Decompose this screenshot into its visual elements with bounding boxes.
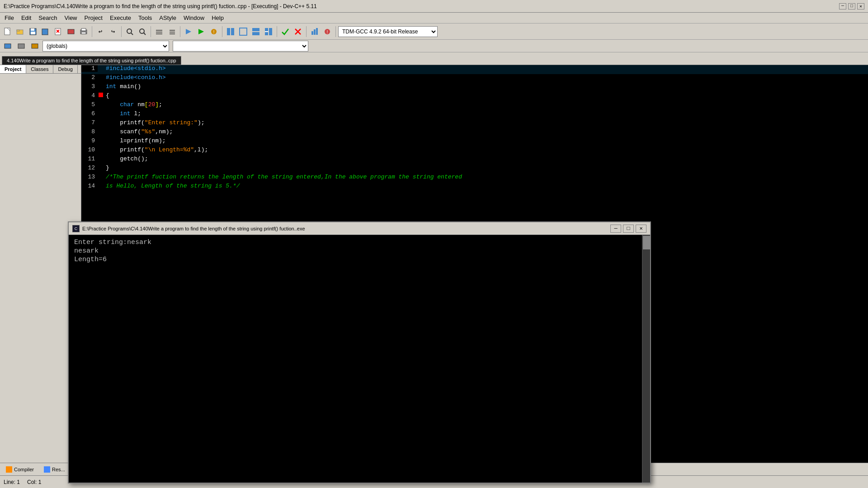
active-tab[interactable]: 4.140Write a program to find the length …	[2, 56, 181, 65]
class-btn[interactable]	[2, 40, 14, 52]
settings-btn2[interactable]: !	[321, 26, 333, 38]
code-line: 11 getch();	[81, 155, 868, 164]
menu-window[interactable]: Window	[181, 14, 207, 22]
undo-button[interactable]: ↩	[94, 26, 106, 38]
compile-btn[interactable]	[183, 26, 194, 38]
debug-btn[interactable]: !	[208, 26, 220, 38]
console-line1: Enter string:nesark	[74, 239, 645, 246]
redo-button[interactable]: ↪	[107, 26, 119, 38]
menu-bar: File Edit Search View Project Execute To…	[0, 13, 868, 23]
console-body: Enter string:nesark nesark Length=6	[69, 235, 650, 483]
svg-text:+: +	[143, 31, 145, 35]
minimize-button[interactable]: ─	[839, 3, 846, 9]
maximize-button[interactable]: □	[848, 3, 855, 9]
split-h-btn[interactable]	[250, 26, 262, 38]
menu-tools[interactable]: Tools	[136, 14, 155, 22]
resources-icon	[44, 466, 50, 473]
svg-rect-7	[42, 29, 48, 35]
menu-execute[interactable]: Execute	[107, 14, 134, 22]
menu-project[interactable]: Project	[82, 14, 105, 22]
save-all-button[interactable]	[40, 26, 52, 38]
compiler-icon	[6, 466, 12, 473]
svg-rect-35	[252, 32, 259, 35]
split-v-btn[interactable]	[263, 26, 274, 38]
console-close[interactable]: ✕	[636, 225, 646, 233]
toolbar-sep8	[335, 26, 336, 37]
compiler-tab[interactable]: Compiler	[2, 465, 38, 474]
code-content: 1 #include<stdio.h> 2 #include<conio.h> …	[81, 65, 868, 192]
svg-point-16	[127, 29, 132, 33]
new-button[interactable]	[2, 26, 14, 38]
search-btn[interactable]	[124, 26, 136, 38]
svg-rect-41	[311, 31, 313, 35]
svg-rect-34	[252, 28, 259, 31]
toolbar-sep2	[121, 26, 122, 37]
code-line: 8 scanf("%s",nm);	[81, 128, 868, 137]
svg-text:!: !	[212, 30, 215, 35]
code-line: 10 printf("\n Length=%d",l);	[81, 146, 868, 155]
col-status: Col: 1	[27, 479, 41, 485]
svg-rect-43	[316, 28, 318, 35]
scope-btn[interactable]	[15, 40, 27, 52]
open-button[interactable]	[14, 26, 26, 38]
cols-btn[interactable]	[225, 26, 236, 38]
func-btn[interactable]	[29, 40, 41, 52]
svg-rect-0	[5, 28, 10, 35]
menu-file[interactable]: File	[2, 14, 17, 22]
resources-tab[interactable]: Res...	[40, 465, 69, 474]
compiler-tab-label: Compiler	[14, 467, 34, 472]
console-minimize[interactable]: ─	[610, 225, 621, 233]
menu-search[interactable]: Search	[36, 14, 60, 22]
svg-rect-15	[81, 32, 86, 34]
main-toolbar: ↩ ↪ + !	[0, 23, 868, 40]
unknown-btn1[interactable]	[65, 26, 77, 38]
col-label: Col: 1	[27, 479, 41, 485]
console-line3: Length=6	[74, 256, 645, 263]
code-line: 3 int main()	[81, 83, 868, 92]
run-btn[interactable]	[195, 26, 207, 38]
chart-btn[interactable]	[309, 26, 321, 38]
code-line: 9 l=printf(nm);	[81, 137, 868, 146]
menu-edit[interactable]: Edit	[19, 14, 34, 22]
svg-rect-42	[314, 29, 316, 35]
func-dropdown[interactable]	[173, 41, 308, 52]
toolbar-sep1	[92, 26, 92, 37]
scroll-thumb[interactable]	[643, 236, 650, 249]
save-button[interactable]	[27, 26, 39, 38]
unindent-btn[interactable]	[166, 26, 178, 38]
console-scrollbar[interactable]	[642, 235, 650, 483]
print-button[interactable]	[78, 26, 90, 38]
svg-rect-38	[265, 31, 268, 32]
svg-rect-6	[31, 32, 35, 34]
code-line: 12 }	[81, 164, 868, 174]
indent-btn[interactable]	[153, 26, 165, 38]
svg-rect-37	[269, 28, 272, 35]
close-button[interactable]: ✕	[857, 3, 864, 9]
tab-debug[interactable]: Debug	[53, 65, 77, 73]
secondary-toolbar: (globals)	[0, 40, 868, 52]
menu-astyle[interactable]: AStyle	[156, 14, 179, 22]
svg-line-17	[131, 33, 133, 35]
console-icon: C	[72, 225, 80, 232]
menu-view[interactable]: View	[62, 14, 80, 22]
code-line: 7 printf("Enter string:");	[81, 119, 868, 128]
svg-rect-12	[68, 29, 74, 34]
menu-help[interactable]: Help	[209, 14, 226, 22]
side-tabs: Project Classes Debug	[0, 65, 81, 74]
globals-dropdown[interactable]: (globals)	[42, 41, 169, 52]
svg-rect-47	[18, 44, 24, 48]
svg-marker-27	[186, 29, 191, 34]
console-maximize[interactable]: □	[623, 225, 634, 233]
tab-project[interactable]: Project	[0, 65, 26, 73]
svg-rect-31	[227, 28, 230, 35]
single-btn[interactable]	[237, 26, 249, 38]
tab-classes[interactable]: Classes	[26, 65, 53, 73]
console-line2: nesark	[74, 247, 645, 255]
stop-btn[interactable]	[292, 26, 304, 38]
close-file-button[interactable]	[52, 26, 64, 38]
compiler-select[interactable]: TDM-GCC 4.9.2 64-bit Release	[338, 26, 438, 37]
line-label: Line: 1	[4, 479, 20, 485]
check-btn[interactable]	[279, 26, 291, 38]
svg-rect-5	[31, 28, 34, 31]
replace-btn[interactable]: +	[137, 26, 148, 38]
